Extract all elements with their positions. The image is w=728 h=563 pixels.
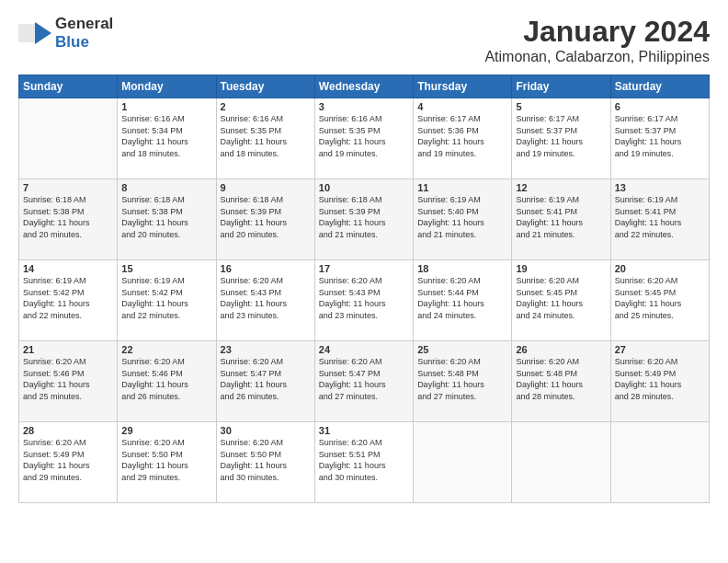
- day-number: 14: [23, 263, 113, 274]
- day-info: Sunrise: 6:20 AM Sunset: 5:46 PM Dayligh…: [121, 356, 211, 402]
- day-number: 16: [221, 263, 311, 274]
- day-number: 24: [319, 344, 409, 355]
- day-number: 13: [615, 182, 705, 193]
- calendar-cell: 21Sunrise: 6:20 AM Sunset: 5:46 PM Dayli…: [19, 341, 118, 422]
- day-info: Sunrise: 6:18 AM Sunset: 5:39 PM Dayligh…: [221, 194, 311, 240]
- calendar-week-3: 21Sunrise: 6:20 AM Sunset: 5:46 PM Dayli…: [19, 341, 710, 422]
- calendar-week-2: 14Sunrise: 6:19 AM Sunset: 5:42 PM Dayli…: [19, 260, 710, 341]
- calendar-cell: 31Sunrise: 6:20 AM Sunset: 5:51 PM Dayli…: [314, 422, 413, 503]
- day-info: Sunrise: 6:18 AM Sunset: 5:39 PM Dayligh…: [319, 194, 409, 240]
- svg-marker-1: [35, 22, 51, 44]
- day-number: 10: [319, 182, 409, 193]
- day-info: Sunrise: 6:20 AM Sunset: 5:47 PM Dayligh…: [221, 356, 311, 402]
- day-number: 20: [615, 263, 705, 274]
- calendar-cell: 9Sunrise: 6:18 AM Sunset: 5:39 PM Daylig…: [216, 179, 314, 260]
- day-info: Sunrise: 6:20 AM Sunset: 5:47 PM Dayligh…: [319, 356, 409, 402]
- calendar-cell: 19Sunrise: 6:20 AM Sunset: 5:45 PM Dayli…: [512, 260, 610, 341]
- col-saturday: Saturday: [610, 75, 709, 98]
- day-info: Sunrise: 6:20 AM Sunset: 5:48 PM Dayligh…: [516, 356, 606, 402]
- day-number: 1: [121, 101, 211, 112]
- calendar-cell: [512, 422, 610, 503]
- day-info: Sunrise: 6:20 AM Sunset: 5:50 PM Dayligh…: [221, 437, 311, 483]
- day-info: Sunrise: 6:18 AM Sunset: 5:38 PM Dayligh…: [121, 194, 211, 240]
- day-info: Sunrise: 6:20 AM Sunset: 5:49 PM Dayligh…: [615, 356, 705, 402]
- day-info: Sunrise: 6:20 AM Sunset: 5:43 PM Dayligh…: [221, 275, 311, 321]
- day-number: 11: [417, 182, 507, 193]
- day-info: Sunrise: 6:20 AM Sunset: 5:49 PM Dayligh…: [23, 437, 113, 483]
- day-info: Sunrise: 6:20 AM Sunset: 5:45 PM Dayligh…: [516, 275, 606, 321]
- calendar-cell: 4Sunrise: 6:17 AM Sunset: 5:36 PM Daylig…: [414, 98, 512, 179]
- day-info: Sunrise: 6:16 AM Sunset: 5:35 PM Dayligh…: [319, 113, 409, 159]
- calendar-cell: 10Sunrise: 6:18 AM Sunset: 5:39 PM Dayli…: [314, 179, 413, 260]
- calendar-cell: 18Sunrise: 6:20 AM Sunset: 5:44 PM Dayli…: [414, 260, 512, 341]
- calendar-week-0: 1Sunrise: 6:16 AM Sunset: 5:34 PM Daylig…: [19, 98, 710, 179]
- calendar-cell: 7Sunrise: 6:18 AM Sunset: 5:38 PM Daylig…: [19, 179, 118, 260]
- day-number: 19: [516, 263, 606, 274]
- calendar-subtitle: Atimonan, Calabarzon, Philippines: [484, 49, 710, 65]
- col-wednesday: Wednesday: [314, 75, 413, 98]
- day-number: 31: [319, 425, 409, 436]
- day-info: Sunrise: 6:16 AM Sunset: 5:34 PM Dayligh…: [121, 113, 211, 159]
- calendar-cell: 13Sunrise: 6:19 AM Sunset: 5:41 PM Dayli…: [610, 179, 709, 260]
- day-info: Sunrise: 6:19 AM Sunset: 5:42 PM Dayligh…: [121, 275, 211, 321]
- day-info: Sunrise: 6:20 AM Sunset: 5:48 PM Dayligh…: [417, 356, 507, 402]
- calendar-cell: 2Sunrise: 6:16 AM Sunset: 5:35 PM Daylig…: [216, 98, 314, 179]
- day-number: 21: [23, 344, 113, 355]
- logo: General Blue: [18, 15, 113, 52]
- calendar-cell: 24Sunrise: 6:20 AM Sunset: 5:47 PM Dayli…: [314, 341, 413, 422]
- day-info: Sunrise: 6:16 AM Sunset: 5:35 PM Dayligh…: [221, 113, 311, 159]
- day-number: 6: [615, 101, 705, 112]
- day-number: 5: [516, 101, 606, 112]
- calendar-cell: [19, 98, 118, 179]
- calendar-cell: 12Sunrise: 6:19 AM Sunset: 5:41 PM Dayli…: [512, 179, 610, 260]
- calendar-cell: 14Sunrise: 6:19 AM Sunset: 5:42 PM Dayli…: [19, 260, 118, 341]
- day-number: 22: [121, 344, 211, 355]
- calendar-cell: 26Sunrise: 6:20 AM Sunset: 5:48 PM Dayli…: [512, 341, 610, 422]
- day-number: 28: [23, 425, 113, 436]
- day-number: 4: [417, 101, 507, 112]
- day-number: 3: [319, 101, 409, 112]
- day-number: 12: [516, 182, 606, 193]
- calendar-cell: 29Sunrise: 6:20 AM Sunset: 5:50 PM Dayli…: [118, 422, 216, 503]
- header-row: Sunday Monday Tuesday Wednesday Thursday…: [19, 75, 710, 98]
- calendar-cell: 25Sunrise: 6:20 AM Sunset: 5:48 PM Dayli…: [414, 341, 512, 422]
- calendar-cell: 6Sunrise: 6:17 AM Sunset: 5:37 PM Daylig…: [610, 98, 709, 179]
- calendar-week-4: 28Sunrise: 6:20 AM Sunset: 5:49 PM Dayli…: [19, 422, 710, 503]
- title-block: January 2024 Atimonan, Calabarzon, Phili…: [484, 15, 710, 65]
- day-info: Sunrise: 6:20 AM Sunset: 5:44 PM Dayligh…: [417, 275, 507, 321]
- day-info: Sunrise: 6:19 AM Sunset: 5:40 PM Dayligh…: [417, 194, 507, 240]
- calendar-cell: 22Sunrise: 6:20 AM Sunset: 5:46 PM Dayli…: [118, 341, 216, 422]
- logo-general: General: [55, 15, 113, 32]
- calendar-cell: 3Sunrise: 6:16 AM Sunset: 5:35 PM Daylig…: [314, 98, 413, 179]
- day-number: 29: [121, 425, 211, 436]
- day-number: 7: [23, 182, 113, 193]
- calendar-cell: 20Sunrise: 6:20 AM Sunset: 5:45 PM Dayli…: [610, 260, 709, 341]
- day-number: 26: [516, 344, 606, 355]
- col-tuesday: Tuesday: [216, 75, 314, 98]
- day-info: Sunrise: 6:19 AM Sunset: 5:42 PM Dayligh…: [23, 275, 113, 321]
- day-number: 30: [221, 425, 311, 436]
- day-number: 27: [615, 344, 705, 355]
- day-info: Sunrise: 6:20 AM Sunset: 5:43 PM Dayligh…: [319, 275, 409, 321]
- day-info: Sunrise: 6:20 AM Sunset: 5:46 PM Dayligh…: [23, 356, 113, 402]
- calendar-title: January 2024: [484, 15, 710, 49]
- day-info: Sunrise: 6:18 AM Sunset: 5:38 PM Dayligh…: [23, 194, 113, 240]
- day-number: 9: [221, 182, 311, 193]
- day-number: 15: [121, 263, 211, 274]
- col-friday: Friday: [512, 75, 610, 98]
- calendar-cell: 16Sunrise: 6:20 AM Sunset: 5:43 PM Dayli…: [216, 260, 314, 341]
- calendar-cell: 11Sunrise: 6:19 AM Sunset: 5:40 PM Dayli…: [414, 179, 512, 260]
- calendar-cell: [610, 422, 709, 503]
- col-thursday: Thursday: [414, 75, 512, 98]
- logo-icon: [18, 20, 51, 46]
- day-number: 8: [121, 182, 211, 193]
- header: General Blue January 2024 Atimonan, Cala…: [18, 15, 710, 65]
- col-monday: Monday: [118, 75, 216, 98]
- day-info: Sunrise: 6:17 AM Sunset: 5:37 PM Dayligh…: [615, 113, 705, 159]
- calendar-cell: 30Sunrise: 6:20 AM Sunset: 5:50 PM Dayli…: [216, 422, 314, 503]
- day-number: 2: [221, 101, 311, 112]
- calendar-body: 1Sunrise: 6:16 AM Sunset: 5:34 PM Daylig…: [19, 98, 710, 503]
- day-info: Sunrise: 6:19 AM Sunset: 5:41 PM Dayligh…: [615, 194, 705, 240]
- day-info: Sunrise: 6:17 AM Sunset: 5:36 PM Dayligh…: [417, 113, 507, 159]
- calendar-cell: 28Sunrise: 6:20 AM Sunset: 5:49 PM Dayli…: [19, 422, 118, 503]
